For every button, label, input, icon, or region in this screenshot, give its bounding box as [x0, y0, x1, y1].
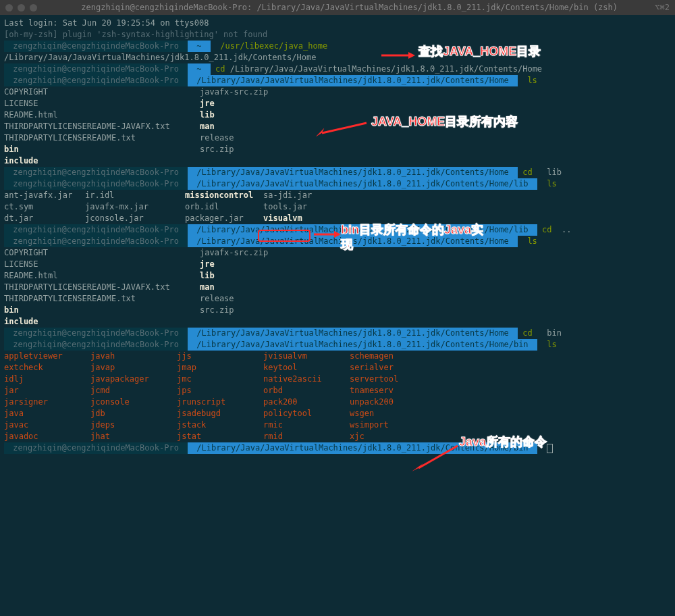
ls-item: sa-jdi.jar — [263, 190, 344, 201]
terminal-line: Last login: Sat Jun 20 19:25:54 on ttys0… — [4, 18, 671, 29]
executable-item: jarsigner — [4, 396, 90, 408]
ls-item: README.html — [4, 270, 200, 282]
executable-item: native2ascii — [263, 374, 350, 385]
terminal-line: /Library/Java/JavaVirtualMachines/jdk1.8… — [4, 52, 671, 63]
prompt-host: zengzhiqin@cengzhiqindeMacBook-Pro — [4, 339, 188, 351]
executable-item: javac — [4, 419, 90, 431]
executable-item: javapackager — [90, 374, 177, 385]
terminal-area[interactable]: Last login: Sat Jun 20 19:25:54 on ttys0… — [0, 15, 675, 457]
prompt-line[interactable]: zengzhiqin@cengzhiqindeMacBook-Pro /Libr… — [4, 442, 671, 454]
prompt-host: zengzhiqin@cengzhiqindeMacBook-Pro — [4, 236, 188, 247]
ls-item: THIRDPARTYLICENSEREADME.txt — [4, 293, 200, 305]
ls-item: javafx-mx.jar — [85, 201, 185, 213]
ls-item: missioncontrol — [185, 190, 263, 201]
ls-row: COPYRIGHTjavafx-src.zip — [4, 86, 671, 98]
window-titlebar: zengzhiqin@cengzhiqindeMacBook-Pro: /Lib… — [0, 0, 675, 15]
ls-item: src.zip — [200, 305, 335, 316]
zoom-icon[interactable] — [30, 4, 37, 11]
prompt-line: zengzhiqin@cengzhiqindeMacBook-Pro /Libr… — [4, 236, 671, 247]
executable-item: jjs — [177, 351, 263, 362]
ls-item: ir.idl — [85, 190, 185, 201]
prompt-line: zengzhiqin@cengzhiqindeMacBook-Pro /Libr… — [4, 328, 671, 339]
command-text: ls — [547, 179, 556, 188]
ls-item: THIRDPARTYLICENSEREADME.txt — [4, 132, 200, 144]
cd-arg: lib — [547, 168, 562, 177]
ls-row: extcheckjavapjmapkeytoolserialver — [4, 362, 671, 374]
prompt-host: zengzhiqin@cengzhiqindeMacBook-Pro — [4, 75, 188, 86]
ls-item: bin — [4, 144, 200, 155]
executable-item: orbd — [263, 385, 350, 396]
ls-item: COPYRIGHT — [4, 86, 200, 98]
ls-item: ct.sym — [4, 201, 85, 213]
ls-row: THIRDPARTYLICENSEREADME-JAVAFX.txtman — [4, 282, 671, 293]
executable-item: jvisualvm — [263, 351, 350, 362]
command-text: ls — [547, 340, 556, 349]
executable-item: jrunscript — [177, 396, 263, 408]
ls-row: binsrc.zip — [4, 144, 671, 155]
executable-item: xjc — [350, 431, 436, 442]
close-icon[interactable] — [5, 4, 13, 11]
ls-item: src.zip — [200, 144, 335, 155]
titlebar-shortcut: ⌥⌘2 — [655, 2, 670, 14]
ls-item: bin — [4, 305, 200, 316]
prompt-path: /Library/Java/JavaVirtualMachines/jdk1.8… — [188, 442, 537, 454]
minimize-icon[interactable] — [18, 4, 25, 11]
ls-item: tools.jar — [263, 201, 344, 213]
ls-item: dt.jar — [4, 213, 85, 224]
executable-item: policytool — [263, 408, 350, 419]
traffic-lights — [5, 4, 37, 11]
executable-item: jstat — [177, 431, 263, 442]
cd-arg: .. — [557, 225, 572, 234]
prompt-line: zengzhiqin@cengzhiqindeMacBook-Pro /Libr… — [4, 75, 671, 86]
command-text: ls — [527, 236, 537, 246]
ls-row: jarsignerjconsolejrunscriptpack200unpack… — [4, 396, 671, 408]
ls-row: COPYRIGHTjavafx-src.zip — [4, 247, 671, 259]
executable-item: wsimport — [350, 419, 436, 431]
ls-item: packager.jar — [185, 213, 263, 224]
prompt-path: ~ — [188, 41, 211, 52]
ls-row: idljjavapackagerjmcnative2asciiservertoo… — [4, 374, 671, 385]
prompt-line: zengzhiqin@cengzhiqindeMacBook-Pro ~ /us… — [4, 41, 671, 52]
executable-item: appletviewer — [4, 351, 90, 362]
executable-item: tnameserv — [350, 385, 436, 396]
ls-row: javadocjhatjstatrmidxjc — [4, 431, 671, 442]
prompt-path: /Library/Java/JavaVirtualMachines/jdk1.8… — [188, 328, 518, 339]
prompt-host: zengzhiqin@cengzhiqindeMacBook-Pro — [4, 224, 188, 236]
plugin-warning: [oh-my-zsh] plugin 'zsh-syntax-highlight… — [4, 30, 267, 39]
prompt-line: zengzhiqin@cengzhiqindeMacBook-Pro ~ cd … — [4, 63, 671, 75]
executable-item: serialver — [350, 362, 436, 374]
executable-item: jmc — [177, 374, 263, 385]
prompt-line: zengzhiqin@cengzhiqindeMacBook-Pro /Libr… — [4, 167, 671, 178]
prompt-host: zengzhiqin@cengzhiqindeMacBook-Pro — [4, 178, 188, 190]
executable-item: keytool — [263, 362, 350, 374]
command-arg: cd — [522, 168, 532, 177]
executable-item: jstack — [177, 419, 263, 431]
ls-row: binsrc.zip — [4, 305, 671, 316]
prompt-line: zengzhiqin@cengzhiqindeMacBook-Pro /Libr… — [4, 178, 671, 190]
cd-arg: bin — [547, 328, 562, 338]
executable-item: servertool — [350, 374, 436, 385]
ls-item: COPYRIGHT — [4, 247, 200, 259]
ls-item: LICENSE — [4, 98, 200, 109]
ls-item: release — [200, 293, 335, 305]
ls-item: visualvm — [263, 213, 344, 224]
prompt-path: /Library/Java/JavaVirtualMachines/jdk1.8… — [188, 224, 537, 236]
ls-row: javacjdepsjstackrmicwsimport — [4, 419, 671, 431]
ls-row: include — [4, 316, 671, 328]
ls-item: jre — [200, 259, 335, 270]
ls-item: release — [200, 132, 335, 144]
window-title: zengzhiqin@cengzhiqindeMacBook-Pro: /Lib… — [48, 2, 651, 14]
prompt-host: zengzhiqin@cengzhiqindeMacBook-Pro — [4, 63, 188, 75]
executable-item: jar — [4, 385, 90, 396]
executable-item: jsadebugd — [177, 408, 263, 419]
executable-item: jconsole — [90, 396, 177, 408]
executable-item: extcheck — [4, 362, 90, 374]
executable-item: schemagen — [350, 351, 436, 362]
cursor — [547, 444, 553, 453]
ls-item: man — [200, 282, 335, 293]
login-line: Last login: Sat Jun 20 19:25:54 on ttys0… — [4, 18, 209, 28]
executable-item: javadoc — [4, 431, 90, 442]
java-home-output: /Library/Java/JavaVirtualMachines/jdk1.8… — [4, 53, 316, 62]
ls-item: ant-javafx.jar — [4, 190, 85, 201]
command-arg — [537, 168, 542, 177]
